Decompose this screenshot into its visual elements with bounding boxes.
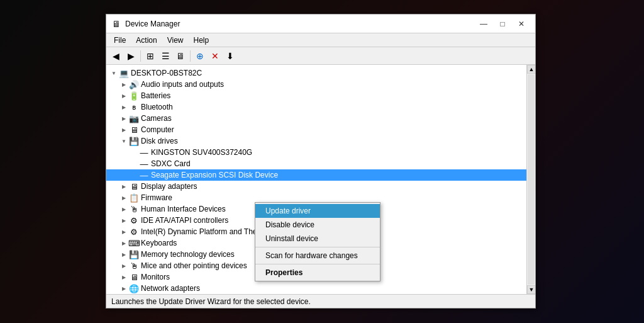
diskdrives-label: Disk drives: [141, 137, 178, 145]
expand-seagate[interactable]: [129, 170, 139, 180]
display-label: Display adapters: [141, 182, 197, 191]
ctx-scan-hardware[interactable]: Scan for hardware changes: [255, 249, 380, 263]
audio-icon: 🔊: [129, 79, 139, 89]
expand-audio[interactable]: ▶: [119, 79, 129, 89]
expand-batteries[interactable]: ▶: [119, 91, 129, 101]
expand-network[interactable]: ▶: [119, 283, 129, 293]
tree-item-batteries[interactable]: ▶ 🔋 Batteries: [106, 90, 526, 101]
tree-item-network[interactable]: ▶ 🌐 Network adapters: [106, 283, 526, 294]
computer-label: Computer: [141, 125, 174, 134]
scrollbar-vertical[interactable]: ▲ ▼: [526, 65, 535, 294]
audio-label: Audio inputs and outputs: [141, 80, 224, 89]
mice-icon: 🖱: [129, 261, 139, 271]
monitors-icon: 🖥: [129, 272, 139, 282]
close-button[interactable]: ✕: [513, 18, 530, 30]
minimize-button[interactable]: —: [475, 18, 492, 30]
tree-item-root[interactable]: ▼ 💻 DESKTOP-0BST82C: [106, 67, 526, 79]
tree-item-kingston[interactable]: — KINGSTON SUV400S37240G: [106, 147, 526, 158]
expand-mice[interactable]: ▶: [119, 261, 129, 271]
ide-icon: ⚙: [129, 215, 139, 225]
grid-button[interactable]: ⊞: [143, 49, 157, 63]
expand-intel[interactable]: ▶: [119, 227, 129, 237]
tree-item-displayadapters[interactable]: ▶ 🖥 Display adapters: [106, 181, 526, 192]
expand-cameras[interactable]: ▶: [119, 113, 129, 123]
expand-bluetooth[interactable]: ▶: [119, 102, 129, 112]
menu-bar: File Action View Help: [106, 33, 535, 47]
context-menu: Update driver Disable device Uninstall d…: [255, 202, 380, 281]
title-bar: 🖥 Device Manager — □ ✕: [106, 14, 535, 33]
keyboards-icon: ⌨: [129, 238, 139, 248]
firmware-label: Firmware: [141, 193, 172, 202]
batteries-label: Batteries: [141, 91, 170, 100]
intel-label: Intel(R) Dynamic Platform and Therm...: [141, 227, 272, 236]
network-icon: 🌐: [129, 283, 139, 293]
monitors-label: Monitors: [141, 273, 170, 281]
expand-ide[interactable]: ▶: [119, 215, 129, 225]
kingston-icon: —: [139, 147, 149, 157]
menu-help[interactable]: Help: [189, 35, 214, 46]
menu-action[interactable]: Action: [131, 35, 162, 46]
tree-item-diskdrives[interactable]: ▼ 💾 Disk drives: [106, 135, 526, 147]
sdxc-icon: —: [139, 159, 149, 169]
window-controls: — □ ✕: [475, 18, 530, 30]
bluetooth-label: Bluetooth: [141, 103, 173, 111]
mice-label: Mice and other pointing devices: [141, 261, 247, 270]
content-area: ▼ 💻 DESKTOP-0BST82C ▶ 🔊 Audio inputs and…: [106, 65, 535, 294]
maximize-button[interactable]: □: [494, 18, 511, 30]
tree-item-seagate[interactable]: — Seagate Expansion SCSI Disk Device: [106, 169, 526, 181]
download-button[interactable]: ⬇: [223, 49, 237, 63]
device-manager-window: 🖥 Device Manager — □ ✕ File Action View …: [106, 14, 536, 309]
ctx-uninstall-device[interactable]: Uninstall device: [255, 232, 380, 246]
computer2-icon: 🖥: [129, 125, 139, 135]
list-button[interactable]: ☰: [158, 49, 172, 63]
memory-icon: 💾: [129, 249, 139, 259]
device-tree[interactable]: ▼ 💻 DESKTOP-0BST82C ▶ 🔊 Audio inputs and…: [106, 65, 526, 294]
batteries-icon: 🔋: [129, 91, 139, 101]
back-button[interactable]: ◀: [109, 49, 123, 63]
expand-monitors[interactable]: ▶: [119, 272, 129, 282]
remove-button[interactable]: ✕: [208, 49, 222, 63]
add-button[interactable]: ⊕: [193, 49, 207, 63]
sdxc-label: SDXC Card: [151, 159, 191, 168]
menu-file[interactable]: File: [109, 35, 131, 46]
window-title: Device Manager: [125, 20, 475, 28]
status-text: Launches the Update Driver Wizard for th…: [111, 297, 311, 306]
status-bar: Launches the Update Driver Wizard for th…: [106, 294, 535, 308]
forward-button[interactable]: ▶: [124, 49, 138, 63]
expand-firmware[interactable]: ▶: [119, 193, 129, 203]
memory-label: Memory technology devices: [141, 250, 235, 259]
expand-sdxc[interactable]: [129, 159, 139, 169]
seagate-icon: —: [139, 170, 149, 180]
menu-view[interactable]: View: [162, 35, 189, 46]
tree-item-audio[interactable]: ▶ 🔊 Audio inputs and outputs: [106, 79, 526, 90]
toolbar-sep-2: [190, 50, 191, 62]
expand-root[interactable]: ▼: [109, 68, 119, 78]
expand-diskdrives[interactable]: ▼: [119, 136, 129, 146]
computer-button[interactable]: 🖥: [174, 49, 187, 63]
ctx-properties[interactable]: Properties: [255, 266, 380, 280]
expand-displayadapters[interactable]: ▶: [119, 181, 129, 191]
cameras-icon: 📷: [129, 113, 139, 123]
ctx-update-driver[interactable]: Update driver: [255, 204, 380, 218]
network-label: Network adapters: [141, 284, 200, 293]
tree-item-computer[interactable]: ▶ 🖥 Computer: [106, 124, 526, 135]
expand-memory[interactable]: ▶: [119, 249, 129, 259]
display-icon: 🖥: [129, 181, 139, 191]
bluetooth-icon: ʙ: [129, 102, 139, 112]
keyboards-label: Keyboards: [141, 239, 177, 247]
toolbar-sep-1: [140, 50, 141, 62]
ctx-sep-2: [255, 264, 380, 264]
scroll-thumb[interactable]: [528, 74, 535, 285]
scroll-up-button[interactable]: ▲: [527, 65, 535, 74]
expand-hid[interactable]: ▶: [119, 204, 129, 214]
expand-kingston[interactable]: [129, 147, 139, 157]
computer-icon: 💻: [119, 68, 129, 78]
ctx-disable-device[interactable]: Disable device: [255, 218, 380, 232]
expand-computer[interactable]: ▶: [119, 125, 129, 135]
tree-item-cameras[interactable]: ▶ 📷 Cameras: [106, 113, 526, 124]
tree-item-sdxc[interactable]: — SDXC Card: [106, 158, 526, 169]
kingston-label: KINGSTON SUV400S37240G: [151, 148, 252, 157]
tree-item-bluetooth[interactable]: ▶ ʙ Bluetooth: [106, 101, 526, 113]
diskdrives-icon: 💾: [129, 136, 139, 146]
scroll-down-button[interactable]: ▼: [527, 285, 535, 294]
